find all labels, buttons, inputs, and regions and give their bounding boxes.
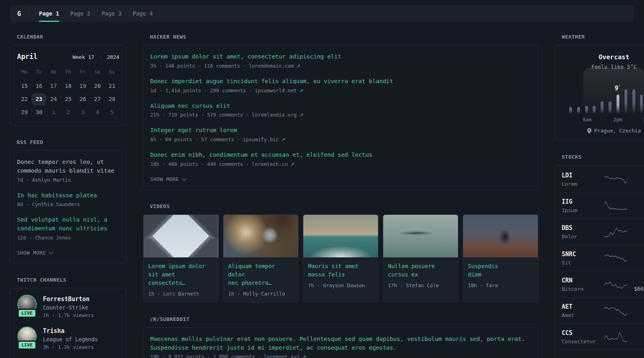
calendar-day[interactable]: 20: [90, 80, 105, 92]
news-item-title[interactable]: Integer eget rutrum lorem: [150, 126, 531, 135]
video-thumbnail[interactable]: [223, 215, 298, 257]
hackernews-show-more-button[interactable]: SHOW MORE: [150, 176, 185, 182]
feed-item-title[interactable]: In hac habitasse platea: [17, 191, 119, 200]
stock-price: $148.64: [631, 259, 644, 266]
news-item-domain[interactable]: loremtech.co: [252, 161, 287, 167]
stock-row[interactable]: CRN Bitcorn -1.00% $66,171.48: [562, 271, 644, 297]
video-card[interactable]: Suspendis diam 18h · Tara: [463, 214, 538, 303]
videos-widget-header: VIDEOS: [150, 203, 538, 209]
video-thumbnail[interactable]: [383, 215, 458, 257]
calendar-day[interactable]: 4: [90, 107, 105, 118]
calendar-day[interactable]: 5: [105, 107, 119, 118]
video-thumbnail[interactable]: [463, 215, 538, 257]
calendar-day[interactable]: 2: [61, 107, 76, 118]
calendar-day[interactable]: 21: [105, 80, 119, 92]
stock-name: Dolor: [562, 233, 600, 239]
stock-row[interactable]: AET Amet +0.92% $499.72: [562, 297, 644, 323]
news-item-title[interactable]: Donec enim nibh, condimentum et accumsan…: [150, 151, 531, 160]
calendar-day[interactable]: 1: [46, 107, 61, 118]
news-item-domain[interactable]: ipsumworld.net: [255, 88, 297, 93]
stock-symbol: IIG: [562, 198, 600, 205]
feed-item: Sed volutpat nulla nisl, a condimentum n…: [17, 216, 119, 241]
video-card[interactable]: Mauris sit amet massa felis 7h · Grayson…: [303, 214, 378, 303]
stock-symbol: AET: [562, 303, 600, 310]
page-tab[interactable]: Page 1: [39, 5, 59, 22]
calendar-day[interactable]: 19: [76, 80, 90, 92]
news-item-domain[interactable]: loremlandia.org: [252, 112, 297, 118]
twitch-channel[interactable]: LIVE ForrestBurton Counter-Strike 1h · 1…: [17, 296, 119, 318]
calendar-day-header: Sa: [90, 67, 105, 79]
calendar-day[interactable]: 30: [32, 107, 47, 118]
calendar-day[interactable]: 27: [90, 93, 105, 105]
calendar-day[interactable]: 17: [46, 80, 61, 92]
page-tab[interactable]: Page 4: [133, 5, 153, 22]
stock-change: -1.00%: [631, 276, 644, 284]
calendar-day[interactable]: 24: [46, 93, 61, 105]
stock-row[interactable]: AHS +0.46%: [562, 350, 644, 358]
channel-name[interactable]: ForrestBurton: [43, 296, 94, 303]
feed-item-title[interactable]: Donec tempor eros leo, ut commodo mauris…: [17, 158, 119, 175]
news-item-title[interactable]: Donec imperdiet augue tincidunt felis al…: [150, 77, 531, 86]
calendar-day[interactable]: 29: [17, 107, 32, 118]
video-meta: 17h · Stefan Cole: [388, 282, 453, 288]
feed-item-title[interactable]: Sed volutpat nulla nisl, a condimentum n…: [17, 216, 119, 233]
news-item-domain[interactable]: loremnet.xyz: [264, 354, 299, 358]
page-tab[interactable]: Page 3: [101, 5, 122, 22]
video-title[interactable]: Nullam posuere cursus ex: [388, 262, 453, 279]
stock-row[interactable]: CCS Consectetur +0.51% $165.84: [562, 323, 644, 350]
video-card[interactable]: Nullam posuere cursus ex 17h · Stefan Co…: [383, 214, 458, 303]
news-item: Aliquam nec cursus elit 21h · 710 points…: [150, 102, 531, 118]
news-item: Donec enim nibh, condimentum et accumsan…: [150, 151, 531, 167]
stock-row[interactable]: DBS Dolor +1.42% $156.28: [562, 218, 644, 245]
stock-row[interactable]: IIG Ipsum +2.84% $42.04: [562, 192, 644, 218]
video-title[interactable]: Mauris sit amet massa felis: [308, 262, 373, 279]
stock-row[interactable]: LDI Lorem +4.35% $795.18: [562, 166, 644, 192]
stock-row[interactable]: SNRC Sit +1.36% $148.64: [562, 245, 644, 271]
rss-show-more-button[interactable]: SHOW MORE: [17, 250, 52, 256]
rss-card: Donec tempor eros leo, ut commodo mauris…: [10, 150, 126, 263]
video-title[interactable]: Suspendis diam: [468, 262, 533, 279]
calendar-day[interactable]: 28: [105, 93, 119, 105]
calendar-day[interactable]: 3: [76, 107, 90, 118]
weather-location-row: Prague, Czechia: [563, 128, 644, 134]
calendar-day[interactable]: 16: [32, 80, 47, 92]
hackernews-widget: HACKER NEWS Lorem ipsum dolor sit amet, …: [143, 34, 538, 190]
video-title[interactable]: Aliquam tempor dolor nec pharetra…: [228, 262, 293, 287]
news-item-title[interactable]: Lorem ipsum dolor sit amet, consectetur …: [150, 53, 531, 61]
app-logo: G: [10, 5, 29, 22]
page-tab-label: Page 4: [133, 10, 153, 17]
stock-change: +4.35%: [631, 171, 644, 179]
news-item-domain[interactable]: loremdomain.com: [249, 63, 294, 69]
channel-name[interactable]: Trisha: [43, 327, 98, 335]
calendar-day[interactable]: 15: [17, 80, 32, 92]
video-thumbnail[interactable]: [303, 215, 378, 257]
video-title[interactable]: Lorem ipsum dolor sit amet consectetu…: [148, 262, 213, 287]
page-tab[interactable]: Page 2: [70, 5, 91, 22]
stock-change: +1.42%: [631, 224, 644, 231]
video-meta: 18h · Tara: [468, 282, 533, 288]
news-item-title[interactable]: Aliquam nec cursus elit: [150, 102, 531, 111]
calendar-day[interactable]: 23: [32, 93, 47, 105]
calendar-day[interactable]: 22: [17, 93, 32, 105]
twitch-channel[interactable]: LIVE Trisha League of Legends 3h · 1.2k …: [17, 327, 119, 350]
calendar-day[interactable]: 25: [61, 93, 76, 105]
video-thumbnail[interactable]: [144, 215, 218, 257]
news-item-domain[interactable]: ipsumify.biz: [243, 136, 279, 142]
calendar-day[interactable]: 26: [76, 93, 90, 105]
channel-category: League of Legends: [43, 336, 98, 342]
stock-price: $156.28: [631, 233, 644, 239]
weather-condition: Overcast: [563, 53, 644, 61]
video-card[interactable]: Aliquam tempor dolor nec pharetra… 1h · …: [223, 214, 299, 303]
stocks-widget: STOCKS LDI Lorem +4.35% $795.18 IIG Ipsu…: [555, 154, 644, 358]
calendar-week: Week 17: [72, 54, 94, 60]
video-carousel: Lorem ipsum dolor sit amet consectetu… 1…: [143, 214, 538, 303]
stock-sparkline: [604, 330, 627, 344]
news-item-stats: 1d · 1,414 points · 299 comments ·: [150, 88, 252, 93]
page-tab-label: Page 2: [70, 10, 91, 17]
external-link-icon: ↗: [291, 161, 295, 167]
top-nav: G Page 1 Page 2 Page 3 Page 4: [10, 5, 634, 22]
calendar-day[interactable]: 18: [61, 80, 76, 92]
video-card[interactable]: Lorem ipsum dolor sit amet consectetu… 1…: [143, 214, 219, 303]
calendar-card: April Week 17 · 2024 MoTuWeThFrSaSu15161…: [10, 45, 126, 126]
news-item-title[interactable]: Maecenas mollis pulvinar erat non posuer…: [150, 335, 531, 352]
